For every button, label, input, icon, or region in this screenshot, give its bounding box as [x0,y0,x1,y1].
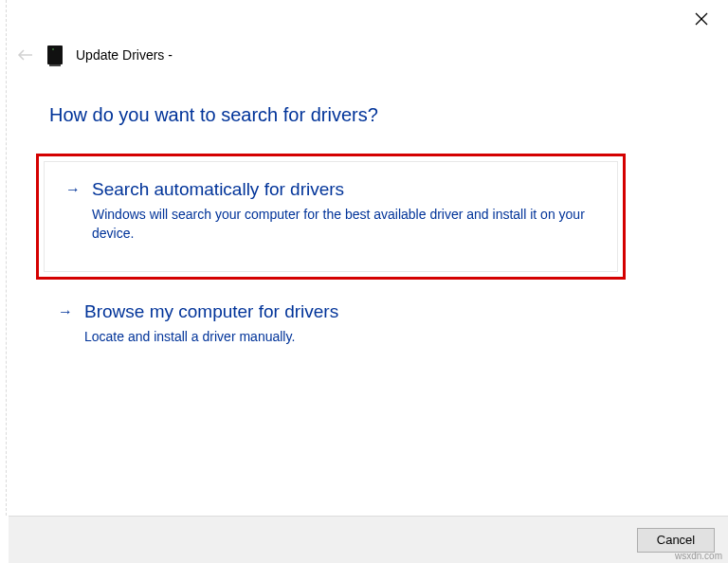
back-arrow-icon [17,48,34,62]
dialog-footer: Cancel [9,516,728,563]
dialog-header: Update Drivers - [17,45,173,64]
option-description: Windows will search your computer for th… [92,206,596,243]
option-title: Search automatically for drivers [92,179,344,200]
option-description: Locate and install a driver manually. [84,328,604,347]
device-icon [47,45,63,64]
page-heading: How do you want to search for drivers? [49,104,378,126]
close-icon [695,12,708,26]
close-button[interactable] [692,9,711,28]
arrow-right-icon: → [58,304,73,319]
cancel-button-label: Cancel [657,533,695,547]
option-title: Browse my computer for drivers [84,301,338,322]
dialog-title: Update Drivers - [76,47,173,63]
option-header: → Search automatically for drivers [65,179,596,200]
options-list: → Search automatically for drivers Windo… [36,154,626,376]
option-browse-computer[interactable]: → Browse my computer for drivers Locate … [36,297,626,376]
highlight-annotation: → Search automatically for drivers Windo… [36,154,626,280]
update-drivers-dialog: Update Drivers - How do you want to sear… [0,0,728,563]
arrow-right-icon: → [65,182,81,197]
cancel-button[interactable]: Cancel [637,528,715,553]
option-header: → Browse my computer for drivers [58,301,604,322]
window-edge [6,0,8,516]
option-search-automatically[interactable]: → Search automatically for drivers Windo… [44,161,618,272]
back-button[interactable] [17,48,34,62]
watermark-text: wsxdn.com [675,551,722,561]
